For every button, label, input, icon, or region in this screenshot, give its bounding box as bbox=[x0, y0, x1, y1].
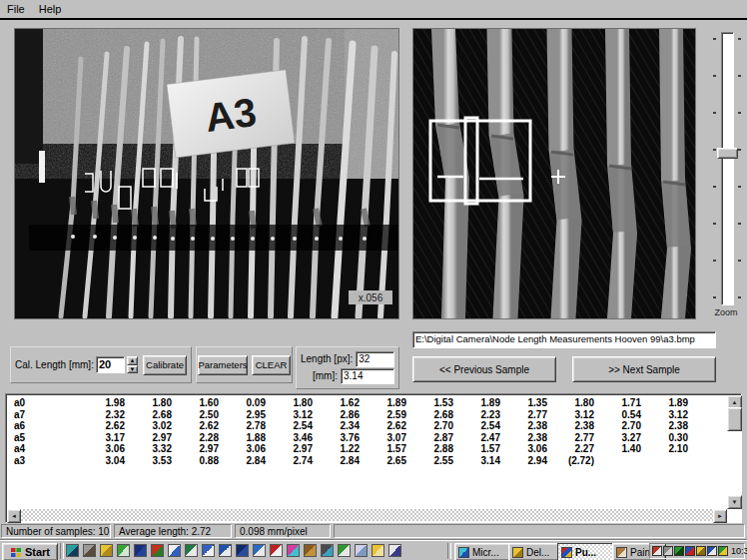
measurement-value: 1.80 bbox=[278, 397, 325, 409]
display-icon[interactable] bbox=[321, 544, 334, 557]
measurement-value: 2.87 bbox=[418, 432, 465, 444]
task-button-2[interactable]: Del... bbox=[508, 543, 562, 560]
calibrate-button[interactable]: Calibrate bbox=[143, 355, 187, 375]
display-tray-icon[interactable] bbox=[652, 546, 662, 556]
previous-sample-button[interactable]: << Previous Sample bbox=[412, 356, 556, 382]
length-mm-label: [mm]: bbox=[313, 370, 338, 381]
measurement-value: 2.54 bbox=[278, 420, 325, 432]
measurements-list[interactable]: a01.981.801.600.091.801.621.891.531.891.… bbox=[5, 393, 742, 523]
photo-icon[interactable] bbox=[355, 544, 368, 557]
measurement-value bbox=[606, 455, 653, 467]
task-button-1[interactable]: Micr... bbox=[454, 543, 513, 560]
tools-tray-icon[interactable] bbox=[663, 546, 673, 556]
power-icon[interactable] bbox=[117, 544, 130, 557]
chart-icon[interactable] bbox=[202, 544, 215, 557]
sample-image-panel[interactable]: A3 x.056 bbox=[14, 28, 399, 319]
menu-file[interactable]: File bbox=[0, 2, 32, 16]
length-mm-field[interactable]: 3.14 bbox=[341, 368, 394, 384]
table-row[interactable]: a01.981.801.600.091.801.621.891.531.891.… bbox=[10, 397, 725, 409]
measurement-value: 3.46 bbox=[278, 432, 325, 444]
monitor-icon[interactable] bbox=[66, 544, 79, 557]
status-scale: 0.098 mm/pixel bbox=[235, 524, 331, 538]
file-path-input[interactable]: E:\Digital Camera\Node Length Measuremen… bbox=[412, 331, 716, 348]
measurement-value: 0.54 bbox=[606, 409, 653, 421]
explorer-icon[interactable] bbox=[253, 544, 266, 557]
start-button-label: Start bbox=[25, 546, 50, 558]
measurement-value: 1.57 bbox=[372, 443, 418, 455]
measurement-value: 2.74 bbox=[278, 455, 325, 467]
horizontal-scrollbar[interactable]: ◄ ► bbox=[7, 509, 727, 521]
measurement-value: 2.10 bbox=[653, 443, 700, 455]
length-readout-group: Length [px]: 32 [mm]: 3.14 bbox=[296, 346, 399, 389]
task-button-3-active[interactable]: Pu... bbox=[557, 543, 617, 560]
sample-name: a7 bbox=[10, 409, 90, 421]
diamond-icon[interactable] bbox=[270, 544, 283, 557]
measurement-value: 2.88 bbox=[418, 443, 465, 455]
measurement-value: 2.28 bbox=[184, 432, 231, 444]
horizontal-scrollbar-track[interactable] bbox=[19, 509, 715, 521]
battery-tray-icon[interactable] bbox=[718, 546, 728, 556]
measurement-value: 1.40 bbox=[606, 443, 653, 455]
briefcase-icon[interactable] bbox=[304, 544, 317, 557]
table-row[interactable]: a62.623.022.622.782.542.342.622.702.542.… bbox=[10, 420, 725, 432]
scroll-right-icon[interactable]: ► bbox=[713, 509, 727, 523]
recycle-icon[interactable] bbox=[338, 544, 351, 557]
table-row[interactable]: a33.043.530.882.842.742.842.652.553.142.… bbox=[10, 455, 725, 467]
zoom-ticks-left bbox=[713, 38, 716, 299]
measurement-value: 0.88 bbox=[184, 455, 231, 467]
status-sample-count: Number of samples: 10 bbox=[1, 524, 111, 538]
scroll-left-icon[interactable]: ◄ bbox=[7, 509, 21, 523]
measurement-value: 1.60 bbox=[184, 397, 231, 409]
spin-down-icon[interactable]: ▼ bbox=[127, 365, 138, 374]
zoom-slider-thumb[interactable] bbox=[717, 148, 738, 159]
measurement-value: 2.68 bbox=[418, 409, 465, 421]
measurement-value: 1.89 bbox=[653, 397, 700, 409]
folder-icon[interactable] bbox=[372, 544, 384, 557]
length-px-field[interactable]: 32 bbox=[356, 351, 394, 367]
word-icon[interactable] bbox=[219, 544, 232, 557]
book-icon[interactable] bbox=[134, 544, 147, 557]
tasks-icon[interactable] bbox=[388, 544, 401, 557]
notebook-icon[interactable] bbox=[236, 544, 249, 557]
excel-icon[interactable] bbox=[185, 544, 198, 557]
vertical-scrollbar-thumb[interactable] bbox=[727, 407, 742, 431]
measurement-value: 3.07 bbox=[372, 432, 418, 444]
mail-icon[interactable] bbox=[151, 544, 164, 557]
measurement-value: 2.55 bbox=[418, 455, 465, 467]
document-icon[interactable] bbox=[168, 544, 181, 557]
clock-icon[interactable] bbox=[100, 544, 113, 557]
table-row[interactable]: a43.063.322.973.062.971.221.572.881.573.… bbox=[10, 443, 725, 455]
schedule-tray-icon[interactable] bbox=[674, 546, 684, 556]
start-button[interactable]: Start bbox=[2, 543, 58, 560]
clear-button[interactable]: CLEAR bbox=[252, 355, 291, 375]
measurement-value: 3.12 bbox=[278, 409, 325, 421]
taskbar-separator bbox=[60, 543, 64, 559]
zoom-ticks-right bbox=[738, 38, 741, 299]
measurement-value: (2.72) bbox=[559, 455, 606, 467]
scroll-down-icon[interactable]: ▼ bbox=[727, 495, 742, 509]
menu-help[interactable]: Help bbox=[32, 2, 69, 16]
computer-icon[interactable] bbox=[83, 544, 96, 557]
volume-tray-icon[interactable] bbox=[696, 546, 706, 556]
paint-icon[interactable] bbox=[287, 544, 300, 557]
measurement-value: 3.14 bbox=[465, 455, 512, 467]
vertical-scrollbar[interactable]: ▲ ▼ bbox=[727, 395, 740, 509]
zoomed-image-panel[interactable] bbox=[412, 28, 696, 319]
spin-up-icon[interactable]: ▲ bbox=[127, 356, 138, 365]
measurement-value: 2.62 bbox=[184, 420, 231, 432]
tray-clock[interactable]: 10:36 PM bbox=[731, 546, 747, 556]
table-row[interactable]: a72.322.682.502.953.122.862.592.682.232.… bbox=[10, 409, 725, 421]
antivirus-tray-icon[interactable] bbox=[707, 546, 717, 556]
measurement-value: 2.84 bbox=[325, 455, 372, 467]
taskbar: Start Micr... Del... Pu... Pain 10:36 PM bbox=[0, 540, 747, 560]
cal-length-spinner: ▲▼ bbox=[127, 356, 138, 373]
measurement-value: 2.84 bbox=[231, 455, 278, 467]
measurement-value: 2.86 bbox=[325, 409, 372, 421]
next-sample-button[interactable]: >> Next Sample bbox=[572, 356, 716, 382]
table-row[interactable]: a53.172.972.281.883.463.763.072.872.472.… bbox=[10, 432, 725, 444]
network-tray-icon[interactable] bbox=[685, 546, 695, 556]
menu-bar: File Help bbox=[0, 0, 747, 20]
parameters-button[interactable]: Parameters bbox=[198, 355, 248, 375]
zoom-slider-track[interactable] bbox=[721, 32, 734, 305]
cal-length-input[interactable]: 20 bbox=[96, 356, 125, 373]
